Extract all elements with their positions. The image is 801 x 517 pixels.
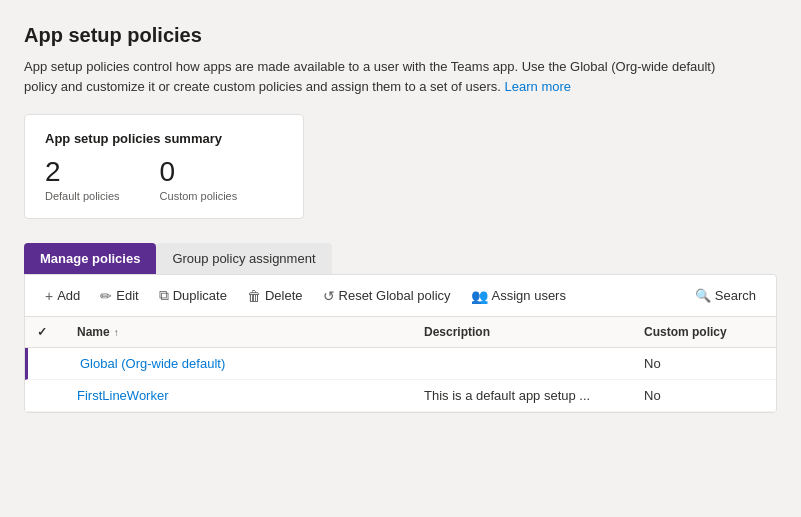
- assign-users-icon: 👥: [471, 288, 488, 304]
- assign-users-label: Assign users: [492, 288, 566, 303]
- reset-global-label: Reset Global policy: [339, 288, 451, 303]
- th-custom-policy: Custom policy: [644, 325, 764, 339]
- table-header: ✓ Name ↑ Description Custom policy: [25, 317, 776, 348]
- tabs-container: Manage policies Group policy assignment: [24, 243, 777, 274]
- custom-policies-stat: 0 Custom policies: [160, 158, 238, 202]
- table-row: Global (Org-wide default) No: [25, 348, 776, 380]
- row-desc-2: This is a default app setup ...: [424, 388, 644, 403]
- th-description: Description: [424, 325, 644, 339]
- default-label: Default policies: [45, 190, 120, 202]
- default-policies-stat: 2 Default policies: [45, 158, 120, 202]
- edit-label: Edit: [116, 288, 138, 303]
- edit-button[interactable]: ✏ Edit: [92, 284, 146, 308]
- row-custom-1: No: [644, 356, 764, 371]
- duplicate-icon: ⧉: [159, 287, 169, 304]
- page-description: App setup policies control how apps are …: [24, 57, 744, 96]
- reset-icon: ↺: [323, 288, 335, 304]
- page-container: App setup policies App setup policies co…: [0, 0, 801, 517]
- table-container: ✓ Name ↑ Description Custom policy Globa…: [25, 317, 776, 412]
- add-label: Add: [57, 288, 80, 303]
- summary-stats: 2 Default policies 0 Custom policies: [45, 158, 283, 202]
- row-name-2[interactable]: FirstLineWorker: [77, 388, 424, 403]
- summary-card: App setup policies summary 2 Default pol…: [24, 114, 304, 219]
- edit-icon: ✏: [100, 288, 112, 304]
- custom-label: Custom policies: [160, 190, 238, 202]
- sort-arrow-icon: ↑: [114, 327, 119, 338]
- duplicate-button[interactable]: ⧉ Duplicate: [151, 283, 235, 308]
- add-icon: +: [45, 288, 53, 304]
- tab-manage-policies[interactable]: Manage policies: [24, 243, 156, 274]
- delete-label: Delete: [265, 288, 303, 303]
- table-row: FirstLineWorker This is a default app se…: [25, 380, 776, 412]
- row-name-1[interactable]: Global (Org-wide default): [80, 356, 424, 371]
- tab-group-policy-assignment[interactable]: Group policy assignment: [156, 243, 331, 274]
- toolbar-table-area: + Add ✏ Edit ⧉ Duplicate 🗑 Delete ↺ Rese…: [24, 274, 777, 413]
- search-button[interactable]: 🔍 Search: [687, 284, 764, 307]
- search-label: Search: [715, 288, 756, 303]
- page-title: App setup policies: [24, 24, 777, 47]
- reset-global-button[interactable]: ↺ Reset Global policy: [315, 284, 459, 308]
- duplicate-label: Duplicate: [173, 288, 227, 303]
- delete-button[interactable]: 🗑 Delete: [239, 284, 311, 308]
- add-button[interactable]: + Add: [37, 284, 88, 308]
- th-check: ✓: [37, 325, 77, 339]
- custom-count: 0: [160, 158, 238, 186]
- delete-icon: 🗑: [247, 288, 261, 304]
- description-header-label: Description: [424, 325, 490, 339]
- search-icon: 🔍: [695, 288, 711, 303]
- toolbar: + Add ✏ Edit ⧉ Duplicate 🗑 Delete ↺ Rese…: [25, 275, 776, 317]
- assign-users-button[interactable]: 👥 Assign users: [463, 284, 574, 308]
- check-all-icon: ✓: [37, 325, 47, 339]
- summary-title: App setup policies summary: [45, 131, 283, 146]
- th-name[interactable]: Name ↑: [77, 325, 424, 339]
- description-text: App setup policies control how apps are …: [24, 59, 715, 94]
- row-custom-2: No: [644, 388, 764, 403]
- learn-more-link[interactable]: Learn more: [505, 79, 571, 94]
- custom-policy-header-label: Custom policy: [644, 325, 727, 339]
- name-header-label: Name: [77, 325, 110, 339]
- default-count: 2: [45, 158, 120, 186]
